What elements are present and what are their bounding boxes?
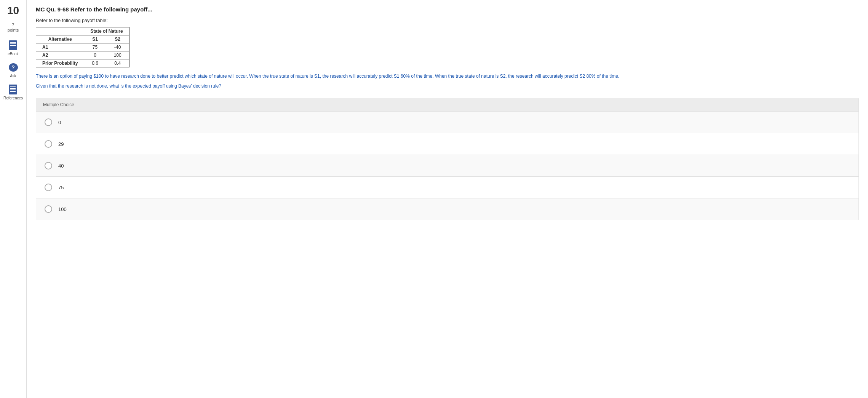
mc-header: Multiple Choice [36, 98, 858, 112]
ask-tool[interactable]: Ask [8, 62, 19, 78]
question-title: MC Qu. 9-68 Refer to the following payof… [36, 6, 859, 13]
question-text: Given that the research is not done, wha… [36, 83, 859, 89]
ebook-tool[interactable]: eBook [8, 40, 18, 56]
sidebar: 10 7 points eBook Ask References [0, 0, 27, 398]
table-row-prior: Prior Probability 0.6 0.4 [36, 59, 129, 67]
description-text: There is an option of paying $100 to hav… [36, 73, 859, 80]
option-29[interactable]: 29 [36, 133, 858, 155]
payoff-table: State of Nature Alternative S1 S2 A1 75 … [36, 27, 129, 67]
main-content: MC Qu. 9-68 Refer to the following payof… [27, 0, 868, 398]
option-100[interactable]: 100 [36, 198, 858, 220]
question-number: 10 [7, 5, 19, 17]
option-40[interactable]: 40 [36, 155, 858, 177]
table-empty-header [36, 27, 84, 35]
option-0-label: 0 [58, 120, 61, 125]
radio-75[interactable] [45, 184, 52, 191]
option-40-label: 40 [58, 163, 64, 169]
references-label: References [3, 96, 23, 100]
state-of-nature-header: State of Nature [84, 27, 129, 35]
radio-29[interactable] [45, 140, 52, 148]
references-icon [8, 84, 18, 95]
references-tool[interactable]: References [3, 84, 23, 100]
ebook-label: eBook [8, 52, 18, 56]
table-row-a2: A2 0 100 [36, 51, 129, 59]
a1-s2: -40 [106, 43, 129, 51]
option-0[interactable]: 0 [36, 112, 858, 133]
radio-40[interactable] [45, 162, 52, 169]
points-label: 7 points [8, 22, 19, 33]
alternative-header: Alternative [36, 35, 84, 43]
a2-s2: 100 [106, 51, 129, 59]
prior-label: Prior Probability [36, 59, 84, 67]
prior-s2: 0.4 [106, 59, 129, 67]
prior-s1: 0.6 [84, 59, 106, 67]
points-value: 7 [12, 22, 14, 27]
radio-100[interactable] [45, 205, 52, 213]
a1-s1: 75 [84, 43, 106, 51]
ask-label: Ask [10, 74, 16, 78]
multiple-choice-container: Multiple Choice 0 29 40 75 100 [36, 98, 859, 220]
radio-0[interactable] [45, 118, 52, 126]
points-text: points [8, 28, 19, 32]
option-75-label: 75 [58, 185, 64, 190]
book-icon [8, 40, 18, 51]
ask-icon [8, 62, 19, 73]
option-100-label: 100 [58, 206, 67, 212]
s2-header: S2 [106, 35, 129, 43]
s1-header: S1 [84, 35, 106, 43]
question-intro: Refer to the following payoff table: [36, 18, 859, 23]
a1-label: A1 [36, 43, 84, 51]
option-75[interactable]: 75 [36, 177, 858, 198]
a2-label: A2 [36, 51, 84, 59]
option-29-label: 29 [58, 141, 64, 147]
table-row-a1: A1 75 -40 [36, 43, 129, 51]
a2-s1: 0 [84, 51, 106, 59]
